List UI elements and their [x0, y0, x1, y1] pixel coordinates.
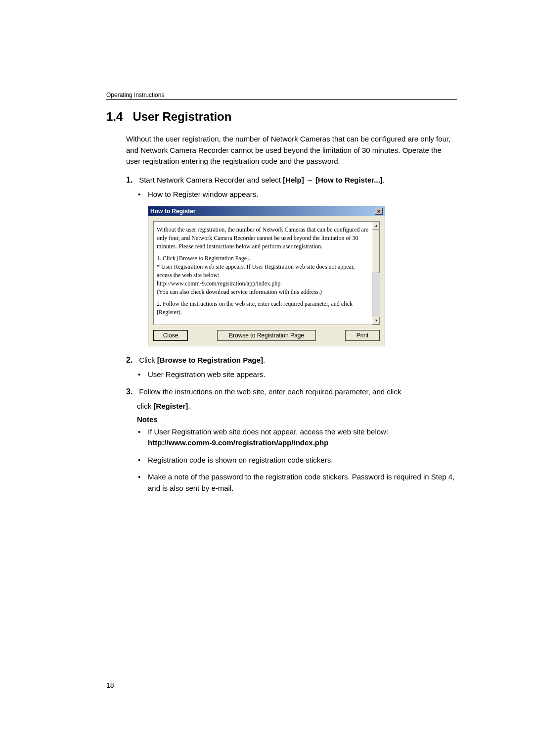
dialog-title: How to Register: [150, 208, 195, 215]
step-number: 3.: [126, 386, 137, 398]
dialog-para3: 2. Follow the instructions on the web si…: [157, 300, 369, 317]
step-text: Click: [139, 356, 157, 364]
step-number: 1.: [126, 174, 137, 186]
dialog-button-row: Close Browse to Registration Page Print: [153, 325, 380, 341]
step-1: 1. Start Network Camera Recorder and sel…: [126, 174, 457, 186]
step-1-bullet: How to Register window appears.: [148, 189, 457, 200]
step-text: Start Network Camera Recorder and select: [139, 176, 283, 184]
step-bold: [Browse to Registration Page]: [157, 356, 263, 364]
step-tail: .: [188, 402, 190, 410]
bullet-text: If User Registration web site does not a…: [148, 427, 388, 436]
dialog-para1: Without the user registration, the numbe…: [157, 226, 369, 250]
step-bold: [How to Register...]: [315, 176, 383, 184]
how-to-register-dialog: How to Register × Without the user regis…: [148, 206, 385, 346]
arrow-icon: →: [304, 176, 315, 184]
running-header: Operating Instructions: [106, 92, 457, 98]
section-number: 1.4: [106, 110, 123, 123]
scroll-thumb[interactable]: [372, 230, 380, 273]
section-name: User Registration: [133, 110, 231, 123]
dialog-para2: 1. Click [Browse to Registration Page]. …: [157, 254, 369, 296]
step-3-cont: click [Register].: [137, 401, 457, 412]
bullet-url: http://www.comm-9.com/registration/app/i…: [148, 438, 328, 447]
dialog-textarea: Without the user registration, the numbe…: [154, 222, 372, 325]
scroll-up-icon[interactable]: ▴: [372, 222, 380, 230]
step-3-bullet-2: Registration code is shown on registrati…: [148, 455, 457, 466]
scroll-track[interactable]: [372, 230, 380, 317]
print-button[interactable]: Print: [345, 330, 380, 341]
scroll-down-icon[interactable]: ▾: [372, 317, 380, 325]
step-2-bullet: User Registration web site appears.: [148, 369, 457, 380]
close-button[interactable]: Close: [153, 330, 188, 341]
close-icon[interactable]: ×: [375, 208, 383, 215]
step-bold: [Help]: [283, 176, 304, 184]
header-divider: [106, 99, 457, 100]
scrollbar[interactable]: ▴ ▾: [372, 222, 380, 325]
intro-paragraph: Without the user registration, the numbe…: [126, 134, 457, 167]
notes-heading: Notes: [137, 415, 457, 424]
step-tail: .: [263, 356, 265, 364]
dialog-textarea-wrap: Without the user registration, the numbe…: [153, 221, 380, 325]
step-text: Follow the instructions on the web site,…: [139, 387, 401, 396]
section-title: 1.4 User Registration: [106, 110, 457, 124]
step-bold: [Register]: [153, 402, 188, 410]
step-3-bullet-3: Make a note of the password to the regis…: [148, 472, 457, 494]
step-3: 3. Follow the instructions on the web si…: [126, 386, 457, 398]
dialog-titlebar: How to Register ×: [148, 206, 385, 216]
browse-registration-button[interactable]: Browse to Registration Page: [217, 330, 316, 341]
step-number: 2.: [126, 354, 137, 366]
dialog-body: Without the user registration, the numbe…: [148, 216, 385, 346]
dialog-screenshot: How to Register × Without the user regis…: [148, 206, 385, 346]
step-tail: .: [383, 176, 385, 184]
page-number: 18: [106, 681, 114, 689]
step-3-bullet-1: If User Registration web site does not a…: [148, 426, 457, 449]
step-2: 2. Click [Browse to Registration Page].: [126, 354, 457, 366]
